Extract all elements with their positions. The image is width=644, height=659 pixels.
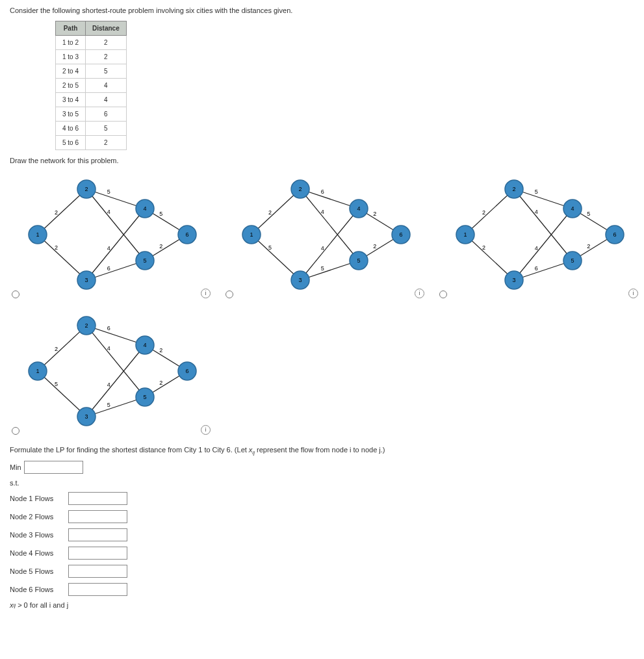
edge-weight: 2 xyxy=(55,346,58,352)
edge-weight: 2 xyxy=(55,244,58,251)
min-input[interactable] xyxy=(24,461,83,474)
edge-weight: 2 xyxy=(482,209,485,216)
network-node-label: 2 xyxy=(298,186,302,192)
table-cell: 3 to 5 xyxy=(56,107,86,122)
table-row: 2 to 54 xyxy=(56,79,127,93)
edge xyxy=(251,189,300,235)
info-icon[interactable]: i xyxy=(628,289,638,298)
table-header-distance: Distance xyxy=(86,21,127,36)
edge-weight: 4 xyxy=(535,209,538,215)
table-cell: 4 xyxy=(86,93,127,107)
lp-constraint-row: Node 5 Flows xyxy=(10,565,634,578)
network-node-label: 3 xyxy=(512,277,515,283)
edge-weight: 6 xyxy=(107,325,110,331)
network-diagram: 25644522123456 xyxy=(21,306,197,436)
lp-constraint-row: Node 3 Flows xyxy=(10,528,634,541)
lp-constraint-row: Node 6 Flows xyxy=(10,583,634,596)
lp-constraint-input[interactable] xyxy=(68,547,127,560)
edge-weight: 5 xyxy=(55,381,58,387)
options-row-1: 22544652123456 i 25644522123456 i 225446… xyxy=(10,170,634,300)
network-node-label: 3 xyxy=(84,413,88,420)
table-row: 3 to 44 xyxy=(56,93,127,107)
radio-option-d[interactable] xyxy=(12,427,19,435)
edge xyxy=(514,189,573,261)
network-diagram: 22544652123456 xyxy=(21,170,197,300)
edge-weight: 5 xyxy=(107,402,110,408)
network-node-label: 5 xyxy=(143,257,146,264)
table-cell: 5 xyxy=(86,64,127,79)
network-node-label: 1 xyxy=(36,368,39,374)
table-row: 5 to 62 xyxy=(56,136,127,150)
edge xyxy=(465,189,514,235)
network-node-label: 5 xyxy=(357,257,360,264)
radio-option-b[interactable] xyxy=(225,291,233,298)
edge-weight: 6 xyxy=(107,265,110,272)
radio-option-c[interactable] xyxy=(439,291,447,298)
network-node-label: 1 xyxy=(36,231,39,238)
edge xyxy=(300,209,359,280)
edge-weight: 4 xyxy=(107,245,110,252)
edge-weight: 4 xyxy=(107,381,110,388)
network-node-label: 3 xyxy=(298,277,302,283)
option-b: 25644522123456 i xyxy=(224,170,424,300)
network-node-label: 5 xyxy=(143,394,146,400)
edge xyxy=(38,235,86,280)
network-node-label: 2 xyxy=(512,186,515,192)
edge xyxy=(300,189,359,261)
table-row: 3 to 56 xyxy=(56,107,127,122)
edge xyxy=(514,209,573,280)
lp-constraint-input[interactable] xyxy=(68,492,127,505)
table-cell: 1 to 3 xyxy=(56,50,86,64)
table-row: 2 to 45 xyxy=(56,64,127,79)
edge-weight: 5 xyxy=(159,211,162,217)
edge-weight: 4 xyxy=(535,245,538,252)
network-node-label: 6 xyxy=(613,231,616,238)
edge-weight: 2 xyxy=(159,347,162,354)
edge xyxy=(251,235,300,280)
network-node-label: 1 xyxy=(250,231,253,238)
network-node-label: 4 xyxy=(357,205,360,212)
table-row: 1 to 22 xyxy=(56,36,127,50)
info-icon[interactable]: i xyxy=(201,289,211,298)
table-cell: 5 xyxy=(86,122,127,136)
table-cell: 6 xyxy=(86,107,127,122)
network-node-label: 1 xyxy=(463,231,467,238)
lp-constraint-label: Node 3 Flows xyxy=(10,531,68,539)
edge xyxy=(38,371,86,417)
table-cell: 4 to 6 xyxy=(56,122,86,136)
info-icon[interactable]: i xyxy=(201,425,211,435)
edge xyxy=(38,326,86,371)
lp-constraint-input[interactable] xyxy=(68,583,127,596)
edge-weight: 5 xyxy=(107,188,110,195)
table-cell: 2 to 4 xyxy=(56,64,86,79)
lp-constraint-input[interactable] xyxy=(68,565,127,578)
edge xyxy=(86,326,145,397)
lp-constraint-row: Node 1 Flows xyxy=(10,492,634,505)
edge-weight: 2 xyxy=(482,244,485,251)
lp-constraint-input[interactable] xyxy=(68,510,127,523)
edge-weight: 5 xyxy=(535,188,538,195)
table-cell: 2 xyxy=(86,50,127,64)
table-cell: 5 to 6 xyxy=(56,136,86,150)
edge-weight: 2 xyxy=(159,243,162,250)
edge xyxy=(465,235,514,280)
lp-prompt: Formulate the LP for finding the shortes… xyxy=(10,446,634,456)
edge-weight: 2 xyxy=(159,380,162,386)
lp-constraint-label: Node 5 Flows xyxy=(10,567,68,575)
lp-min-row: Min xyxy=(10,461,634,474)
lp-st-row: s.t. xyxy=(10,479,634,487)
network-node-label: 4 xyxy=(571,205,574,212)
edge-weight: 5 xyxy=(268,244,272,251)
edge-weight: 4 xyxy=(321,209,324,215)
info-icon[interactable]: i xyxy=(415,289,424,298)
network-diagram: 22544652123456 xyxy=(449,170,625,300)
distance-table: Path Distance 1 to 221 to 322 to 452 to … xyxy=(55,21,127,150)
edge xyxy=(38,189,86,235)
network-node-label: 6 xyxy=(185,368,188,374)
edge-weight: 2 xyxy=(268,209,272,216)
st-label: s.t. xyxy=(10,479,19,487)
options-row-2: 25644522123456 i xyxy=(10,306,634,436)
lp-constraint-input[interactable] xyxy=(68,528,127,541)
lp-section: Formulate the LP for finding the shortes… xyxy=(10,446,634,609)
radio-option-a[interactable] xyxy=(12,291,19,298)
